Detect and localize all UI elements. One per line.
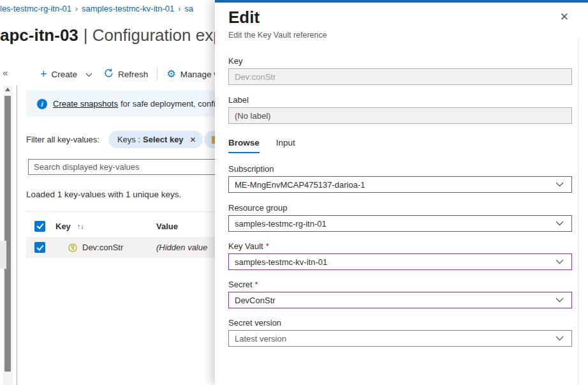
secret-version-dropdown[interactable]: Latest version bbox=[228, 330, 572, 347]
breadcrumb-key-vault[interactable]: samples-testmc-kv-itn-01 bbox=[82, 4, 174, 13]
row-checkbox[interactable] bbox=[34, 242, 45, 253]
scroll-up-arrow-icon[interactable] bbox=[5, 87, 10, 91]
key-field: Dev:conStr bbox=[228, 68, 572, 85]
secret-version-label: Secret version bbox=[228, 318, 281, 328]
panel-accent-bar bbox=[215, 0, 588, 3]
resource-group-label: Resource group bbox=[228, 203, 288, 213]
command-bar: + Create Refresh ⚙ Manage vi bbox=[40, 66, 215, 82]
pill-prefix: Keys : bbox=[117, 135, 140, 144]
secret-label: Secret* bbox=[228, 280, 258, 289]
azure-portal-screen: les-testmc-rg-itn-01›samples-testmc-kv-i… bbox=[0, 0, 588, 385]
gear-icon: ⚙ bbox=[166, 69, 175, 79]
row-value-text: (Hidden value bbox=[156, 243, 207, 252]
collapse-menu-icon[interactable]: « bbox=[3, 67, 8, 78]
page-title: apc-itn-03| Configuration explo bbox=[0, 26, 215, 45]
create-snapshots-link[interactable]: Create snapshots bbox=[53, 99, 118, 109]
chevron-down-icon bbox=[555, 182, 564, 187]
table-header-row: Key ↑↓ Value bbox=[26, 217, 215, 235]
snapshots-info-banner: i Create snapshots for safe deployment, … bbox=[26, 91, 215, 117]
breadcrumb-separator: › bbox=[178, 4, 180, 13]
required-asterisk: * bbox=[266, 241, 269, 251]
refresh-icon bbox=[104, 68, 114, 80]
required-asterisk: * bbox=[255, 280, 258, 289]
search-input[interactable] bbox=[28, 159, 215, 175]
toolbar-divider bbox=[157, 68, 158, 80]
key-vault-dropdown[interactable]: samples-testmc-kv-itn-01 bbox=[228, 253, 572, 270]
manage-views-label: Manage vi bbox=[180, 70, 215, 79]
secret-value: DevConStr bbox=[235, 296, 276, 305]
refresh-button[interactable]: Refresh bbox=[104, 68, 148, 80]
create-button[interactable]: + Create bbox=[40, 68, 92, 80]
sort-icon[interactable]: ↑↓ bbox=[77, 222, 84, 230]
key-field-label: Key bbox=[228, 56, 242, 66]
vertical-scrollbar[interactable] bbox=[3, 86, 13, 385]
breadcrumb-resource-group[interactable]: les-testmc-rg-itn-01 bbox=[0, 4, 71, 13]
chevron-down-icon bbox=[85, 70, 92, 79]
side-panel-peek bbox=[0, 241, 6, 269]
resource-group-value: samples-testmc-rg-itn-01 bbox=[235, 219, 327, 229]
keys-filter-pill[interactable]: Keys : Select key ✕ bbox=[108, 131, 203, 148]
value-column-header: Value bbox=[156, 222, 178, 231]
loaded-status-text: Loaded 1 key-values with 1 unique keys. bbox=[26, 190, 181, 199]
key-vault-value: samples-testmc-kv-itn-01 bbox=[235, 257, 327, 267]
breadcrumb: les-testmc-rg-itn-01›samples-testmc-kv-i… bbox=[0, 4, 215, 13]
secret-version-value: Latest version bbox=[235, 334, 286, 343]
chevron-down-icon bbox=[555, 298, 564, 303]
panel-title: Edit bbox=[228, 8, 260, 27]
panel-tabs: Browse Input bbox=[228, 138, 295, 153]
chevron-down-icon bbox=[555, 221, 564, 226]
panel-scroll-track bbox=[578, 38, 579, 385]
label-field: (No label) bbox=[228, 107, 572, 124]
close-icon[interactable]: ✕ bbox=[560, 11, 569, 22]
subscription-label: Subscription bbox=[228, 164, 274, 174]
pill-value: Select key bbox=[143, 135, 184, 144]
filter-label: Filter all key-values: bbox=[26, 135, 99, 144]
key-vault-label: Key Vault* bbox=[228, 241, 269, 251]
key-value-row[interactable]: Dev:conStr (Hidden value bbox=[26, 237, 215, 258]
key-column-header[interactable]: Key bbox=[55, 222, 71, 231]
subscription-dropdown[interactable]: ME-MngEnvMCAP475137-darioa-1 bbox=[228, 176, 572, 193]
plus-icon: + bbox=[40, 68, 47, 80]
tab-input[interactable]: Input bbox=[276, 138, 295, 153]
scrollbar-thumb[interactable] bbox=[4, 96, 11, 372]
chevron-down-icon bbox=[555, 259, 564, 264]
manage-views-button[interactable]: ⚙ Manage vi bbox=[166, 69, 215, 79]
label-field-label: Label bbox=[228, 95, 249, 105]
tab-browse[interactable]: Browse bbox=[228, 138, 260, 153]
filter-row: Filter all key-values: Keys : Select key… bbox=[26, 131, 203, 148]
blade-name: | Configuration explo bbox=[84, 26, 215, 45]
refresh-label: Refresh bbox=[118, 70, 148, 79]
secret-dropdown[interactable]: DevConStr bbox=[228, 292, 572, 308]
resource-group-dropdown[interactable]: samples-testmc-rg-itn-01 bbox=[228, 215, 572, 232]
key-vault-reference-icon bbox=[68, 243, 77, 252]
breadcrumb-separator: › bbox=[75, 4, 78, 13]
info-icon: i bbox=[37, 99, 47, 109]
configuration-explorer-blade: les-testmc-rg-itn-01›samples-testmc-kv-i… bbox=[0, 0, 215, 385]
remove-filter-icon[interactable]: ✕ bbox=[190, 135, 196, 144]
blade-left-border bbox=[17, 86, 17, 385]
panel-subtitle: Edit the Key Vault reference bbox=[228, 31, 327, 40]
table-top-border bbox=[26, 211, 215, 212]
breadcrumb-current[interactable]: sa bbox=[184, 4, 193, 13]
row-key-text[interactable]: Dev:conStr bbox=[82, 243, 123, 252]
labels-filter-pill-partial[interactable] bbox=[204, 131, 215, 148]
select-all-checkbox[interactable] bbox=[34, 221, 45, 232]
resource-name: apc-itn-03 bbox=[0, 26, 78, 45]
banner-text: for safe deployment, configu bbox=[121, 99, 215, 109]
create-label: Create bbox=[52, 70, 78, 79]
subscription-value: ME-MngEnvMCAP475137-darioa-1 bbox=[235, 180, 365, 190]
edit-key-vault-reference-panel: Edit Edit the Key Vault reference ✕ Key … bbox=[215, 0, 588, 385]
chevron-down-icon bbox=[555, 336, 564, 341]
